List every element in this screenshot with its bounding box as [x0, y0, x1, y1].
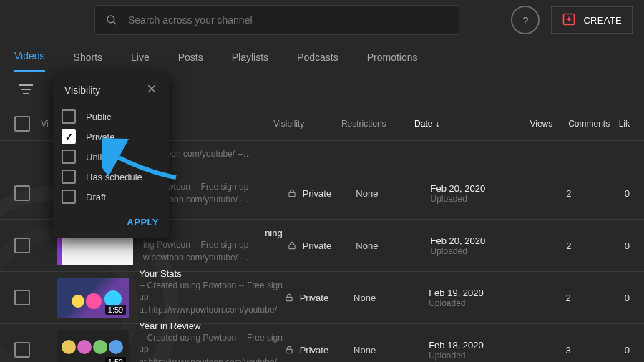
- tab-videos[interactable]: Videos: [14, 50, 45, 72]
- tab-podcasts[interactable]: Podcasts: [297, 52, 338, 72]
- help-button[interactable]: ?: [511, 6, 540, 34]
- lock-icon: [287, 188, 297, 198]
- comments-cell: 0: [571, 293, 630, 303]
- sort-desc-icon: ↓: [435, 119, 439, 129]
- close-icon[interactable]: [146, 83, 157, 97]
- duration-badge: 1:52: [105, 357, 126, 362]
- svg-rect-8: [289, 245, 295, 248]
- checkbox-icon: [62, 170, 76, 184]
- restrictions-cell: None: [356, 188, 430, 199]
- col-views[interactable]: Views: [513, 119, 553, 129]
- duration-badge: 1:59: [105, 305, 126, 315]
- views-cell: 2: [531, 188, 572, 199]
- checkbox-icon: [62, 190, 76, 204]
- channel-tabs: Videos Shorts Live Posts Playlists Podca…: [0, 40, 644, 72]
- checkbox-icon: [62, 109, 76, 124]
- svg-rect-7: [289, 192, 295, 196]
- date-cell: Feb 20, 2020Uploaded: [431, 183, 531, 204]
- popup-title: Visibility: [64, 84, 100, 96]
- comments-cell: 0: [572, 188, 630, 199]
- select-all-checkbox[interactable]: [14, 116, 30, 132]
- restrictions-cell: None: [353, 345, 429, 356]
- lock-icon: [284, 345, 294, 355]
- video-thumbnail[interactable]: 1:52: [57, 330, 129, 362]
- search-icon: [105, 14, 118, 26]
- top-bar: ? CREATE: [0, 0, 644, 40]
- svg-point-0: [107, 16, 114, 23]
- col-date[interactable]: Date↓: [414, 119, 512, 129]
- comments-cell: 0: [571, 345, 630, 356]
- create-button[interactable]: CREATE: [551, 6, 633, 34]
- views-cell: 2: [531, 240, 572, 251]
- row-checkbox[interactable]: [14, 238, 30, 253]
- apply-button[interactable]: APPLY: [53, 211, 169, 238]
- date-cell: Feb 18, 2020Uploaded: [429, 340, 530, 361]
- filter-opt-public[interactable]: Public: [62, 107, 160, 127]
- create-label: CREATE: [583, 15, 622, 26]
- video-thumbnail[interactable]: 1:59: [57, 278, 129, 318]
- lock-icon: [287, 240, 297, 250]
- col-visibility[interactable]: Visibility: [273, 119, 341, 129]
- col-comments[interactable]: Comments: [552, 119, 610, 129]
- create-plus-icon: [562, 12, 576, 29]
- visibility-cell[interactable]: Private: [284, 345, 353, 356]
- row-checkbox[interactable]: [14, 342, 30, 358]
- table-row[interactable]: 1:59 Your Stats -- Created using Powtoon…: [0, 272, 644, 324]
- views-cell: 2: [530, 293, 571, 303]
- table-row[interactable]: 1:52 Year in Review -- Created using Pow…: [0, 324, 644, 362]
- filter-opt-private[interactable]: ✓Private: [62, 127, 160, 147]
- restrictions-cell: None: [353, 293, 429, 303]
- lock-icon: [284, 293, 294, 303]
- date-cell: Feb 20, 2020Uploaded: [431, 235, 531, 256]
- tab-shorts[interactable]: Shorts: [74, 52, 102, 72]
- visibility-cell[interactable]: Private: [287, 240, 356, 251]
- col-likes[interactable]: Lik: [610, 119, 630, 129]
- row-checkbox[interactable]: [14, 185, 30, 201]
- tab-live[interactable]: Live: [131, 52, 150, 72]
- filter-icon[interactable]: [19, 83, 33, 96]
- visibility-filter-popup: Visibility Public ✓Private Unlisted Has …: [53, 73, 169, 238]
- visibility-cell[interactable]: Private: [287, 188, 356, 199]
- date-cell: Feb 19, 2020Uploaded: [429, 288, 530, 308]
- checkbox-checked-icon: ✓: [62, 129, 76, 144]
- tab-posts[interactable]: Posts: [178, 52, 203, 72]
- views-cell: 3: [530, 345, 571, 356]
- row-checkbox[interactable]: [14, 290, 30, 305]
- visibility-cell[interactable]: Private: [284, 293, 353, 303]
- video-title: Year in Review: [139, 321, 283, 331]
- help-icon: ?: [522, 14, 528, 26]
- checkbox-icon: [62, 150, 76, 164]
- col-restrictions[interactable]: Restrictions: [341, 119, 414, 129]
- search-input[interactable]: [127, 14, 449, 26]
- filter-opt-has-schedule[interactable]: Has schedule: [62, 167, 160, 187]
- svg-rect-9: [286, 297, 292, 300]
- filter-opt-unlisted[interactable]: Unlisted: [62, 147, 160, 167]
- tab-promotions[interactable]: Promotions: [367, 52, 418, 72]
- search-box[interactable]: [94, 5, 459, 35]
- svg-line-1: [113, 21, 116, 24]
- video-title: Your Stats: [139, 268, 283, 279]
- restrictions-cell: None: [356, 240, 430, 251]
- tab-playlists[interactable]: Playlists: [232, 52, 268, 72]
- filter-opt-draft[interactable]: Draft: [62, 187, 160, 207]
- comments-cell: 0: [572, 240, 630, 251]
- svg-rect-10: [286, 349, 292, 353]
